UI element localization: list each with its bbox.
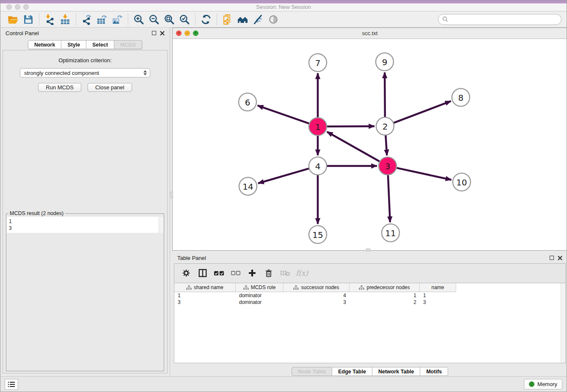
- clone-network-icon[interactable]: [220, 13, 235, 26]
- run-mcds-button[interactable]: Run MCDS: [38, 83, 81, 92]
- column-header-mcds-role[interactable]: MCDS role: [236, 283, 284, 292]
- graph-node-6[interactable]: 6: [239, 93, 256, 111]
- table-scrollbar[interactable]: [561, 283, 565, 363]
- close-table-panel-icon[interactable]: [558, 256, 562, 260]
- task-history-button[interactable]: [5, 379, 18, 390]
- search-icon: [442, 16, 449, 22]
- tab-network[interactable]: Network: [28, 40, 61, 49]
- graph-edge-3-1[interactable]: [327, 132, 380, 161]
- export-table-icon[interactable]: [94, 13, 110, 26]
- cell-mcds-role[interactable]: dominator: [236, 293, 284, 298]
- hide-visuals-icon[interactable]: [250, 13, 266, 26]
- zoom-fit-icon[interactable]: [162, 13, 177, 26]
- cell-name[interactable]: 1: [420, 293, 456, 298]
- graph-edge-2-9[interactable]: [385, 72, 385, 117]
- memory-button[interactable]: Memory: [524, 379, 562, 389]
- graph-node-1[interactable]: 1: [309, 118, 327, 135]
- graph-edge-3-10[interactable]: [396, 168, 451, 180]
- settings-gear-icon[interactable]: [180, 267, 192, 279]
- minimize-network-icon[interactable]: −: [184, 30, 190, 36]
- save-session-icon[interactable]: [21, 13, 36, 26]
- network-graph[interactable]: 7968124314101511: [173, 39, 567, 250]
- result-item[interactable]: 3: [9, 225, 157, 232]
- graph-edge-2-8[interactable]: [394, 101, 451, 123]
- network-canvas[interactable]: 7968124314101511: [173, 39, 567, 250]
- graph-edge-4-14[interactable]: [258, 168, 309, 183]
- tab-style[interactable]: Style: [61, 40, 86, 49]
- graph-node-9[interactable]: 9: [376, 53, 394, 71]
- zoom-out-icon[interactable]: [146, 13, 162, 26]
- window-accent-strip: [0, 0, 567, 3]
- search-input[interactable]: [451, 16, 557, 22]
- network-window-controls[interactable]: × − +: [176, 30, 198, 36]
- toolbar-separator: [195, 14, 195, 25]
- import-table-icon[interactable]: [58, 13, 73, 26]
- tab-node-table[interactable]: Node Table: [292, 367, 332, 376]
- column-header-name[interactable]: name: [420, 283, 456, 292]
- graph-edge-1-2[interactable]: [327, 126, 374, 127]
- show-columns-icon[interactable]: [197, 267, 209, 279]
- open-session-icon[interactable]: [6, 13, 21, 26]
- export-network-icon[interactable]: [79, 13, 94, 26]
- column-header-successor-nodes[interactable]: successor nodes: [284, 283, 350, 292]
- graph-node-15[interactable]: 15: [309, 226, 327, 243]
- cell-successor-nodes[interactable]: 4: [284, 293, 350, 298]
- close-panel-button[interactable]: Close panel: [88, 83, 132, 92]
- column-header-shared-name[interactable]: shared name: [174, 283, 236, 292]
- graph-node-7[interactable]: 7: [309, 54, 327, 72]
- network-window-titlebar[interactable]: × − + scc.txt: [173, 28, 567, 39]
- search-box[interactable]: [438, 14, 561, 25]
- graph-node-11[interactable]: 11: [382, 224, 399, 242]
- home-icon[interactable]: [235, 13, 250, 26]
- cell-mcds-role[interactable]: dominator: [236, 299, 284, 305]
- zoom-in-icon[interactable]: [131, 13, 146, 26]
- select-all-columns-icon[interactable]: [213, 267, 225, 279]
- shared-column-icon: [243, 285, 249, 290]
- deselect-all-columns-icon[interactable]: [230, 267, 242, 279]
- tab-network-table[interactable]: Network Table: [372, 367, 421, 376]
- float-table-panel-icon[interactable]: [550, 256, 554, 260]
- task-list-icon: [8, 381, 15, 387]
- table-row[interactable]: 1 dominator 4 1 1: [174, 292, 565, 299]
- export-image-icon[interactable]: [110, 13, 125, 26]
- cell-predecessor-nodes[interactable]: 1: [350, 293, 420, 298]
- close-panel-icon[interactable]: [160, 31, 165, 36]
- tab-mcds[interactable]: MCDS: [114, 40, 142, 49]
- graph-edge-2-3[interactable]: [385, 135, 387, 155]
- apply-layout-icon[interactable]: [198, 13, 214, 26]
- graph-node-4[interactable]: 4: [309, 157, 327, 175]
- add-column-icon[interactable]: [246, 267, 258, 279]
- cell-shared-name[interactable]: 3: [174, 299, 236, 305]
- import-network-icon[interactable]: [42, 13, 58, 26]
- graph-node-10[interactable]: 10: [453, 173, 471, 191]
- title-bar: Session: New Session: [0, 3, 567, 11]
- graph-node-3[interactable]: 3: [379, 157, 396, 175]
- horizontal-splitter-handle[interactable]: [366, 248, 370, 251]
- graph-node-2[interactable]: 2: [376, 117, 394, 135]
- table-row[interactable]: 3 dominator 3 2 3: [174, 299, 565, 306]
- toolbar-separator: [217, 14, 217, 25]
- zoom-selected-icon[interactable]: [177, 13, 192, 26]
- tab-motifs[interactable]: Motifs: [420, 367, 448, 376]
- vertical-splitter-handle[interactable]: [170, 192, 173, 198]
- mcds-result-list[interactable]: 1 3: [7, 217, 163, 233]
- tab-edge-table[interactable]: Edge Table: [332, 367, 372, 376]
- delete-column-icon[interactable]: [263, 267, 275, 279]
- graph-edge-1-6[interactable]: [258, 105, 309, 123]
- result-item[interactable]: 1: [9, 218, 157, 225]
- float-panel-icon[interactable]: [152, 31, 156, 35]
- result-scrollbar[interactable]: [159, 217, 163, 233]
- cell-successor-nodes[interactable]: 3: [284, 299, 350, 305]
- window-title: Session: New Session: [0, 4, 567, 10]
- cell-shared-name[interactable]: 1: [174, 293, 236, 298]
- cell-predecessor-nodes[interactable]: 2: [350, 299, 420, 305]
- graph-node-8[interactable]: 8: [452, 88, 470, 106]
- cell-name[interactable]: 3: [420, 299, 456, 305]
- optimization-criterion-select[interactable]: strongly connected component: [20, 68, 150, 77]
- graph-edge-3-11[interactable]: [388, 175, 390, 222]
- graph-node-14[interactable]: 14: [239, 177, 257, 195]
- tab-select[interactable]: Select: [86, 40, 114, 49]
- column-header-predecessor-nodes[interactable]: predecessor nodes: [350, 283, 420, 292]
- close-network-icon[interactable]: ×: [176, 30, 182, 36]
- maximize-network-icon[interactable]: +: [193, 30, 198, 36]
